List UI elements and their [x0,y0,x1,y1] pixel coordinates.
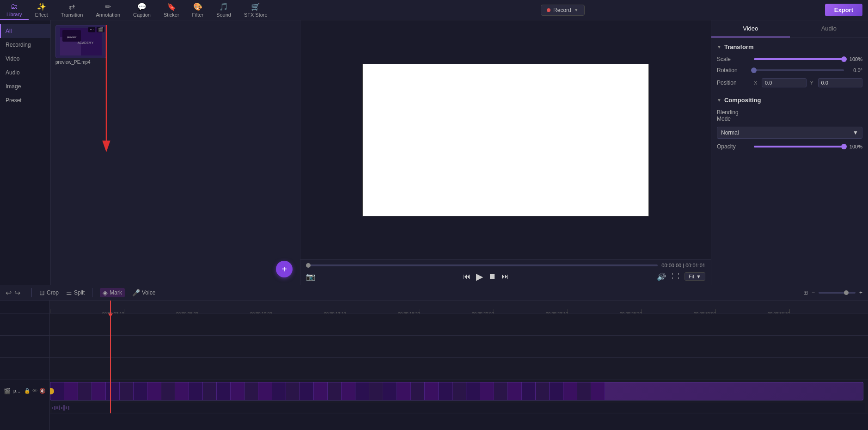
nav-effect-label: Effect [35,12,48,18]
clip-thumb-20 [314,382,328,400]
sidebar-item-image[interactable]: Image [0,80,50,93]
track-lock-icon[interactable]: 🔒 [24,388,31,394]
timeline-toolbar: ↩ ↪ ⊡ Crop ⚌ Split ◈ Mark 🎤 Voice ⊞ − [0,285,868,301]
svg-rect-11 [59,405,60,410]
stop-button[interactable]: ⏹ [489,272,496,281]
sidebar-item-recording[interactable]: Recording [0,38,50,52]
nav-effect[interactable]: ✨ Effect [29,0,55,20]
opacity-slider[interactable] [754,146,844,147]
tab-video[interactable]: Video [711,20,790,37]
undo-redo-controls: ↩ ↪ [6,289,20,297]
zoom-slider[interactable] [819,292,856,294]
nav-sound[interactable]: 🎵 Sound [210,0,238,20]
blending-mode-dropdown[interactable]: Normal ▼ [717,127,862,139]
timeline-ruler: 00:00:00:00 00:00:03:10 00:00:06:20 00:0… [50,301,868,313]
screenshot-button[interactable]: 📷 [306,272,315,281]
sidebar-item-preset[interactable]: Preset [0,93,50,107]
zoom-in-button[interactable]: + [859,289,862,296]
compositing-header: ▼ Compositing [717,97,862,104]
zoom-slider-handle[interactable] [844,290,849,295]
ruler-mark-3: 00:00:10:00 [272,309,272,313]
fullscreen-button[interactable]: ⛶ [672,272,679,281]
scrubber-handle[interactable] [306,263,311,268]
track-video-label: preview_PE.mp4 [13,388,21,393]
undo-button[interactable]: ↩ [6,289,12,297]
nav-transition[interactable]: ⇄ Transition [55,0,90,20]
mark-button[interactable]: ◈ Mark [100,288,125,297]
svg-rect-8 [52,407,53,409]
track-mute-icon[interactable]: 🔇 [39,388,46,394]
voice-button[interactable]: 🎤 Voice [132,289,155,296]
nav-sfxstore-label: SFX Store [244,12,268,18]
sidebar-item-audio[interactable]: Audio [0,66,50,80]
export-button[interactable]: Export [825,4,862,16]
nav-filter[interactable]: 🎨 Filter [186,0,210,20]
rotation-slider[interactable] [754,69,844,71]
compositing-collapse-icon[interactable]: ▼ [717,98,721,103]
sidebar-item-video[interactable]: Video [0,52,50,66]
nav-library[interactable]: 🗂 Library [0,0,29,20]
play-button[interactable]: ▶ [476,271,483,282]
prev-frame-button[interactable]: ⏮ [463,272,471,281]
clip-thumb-32 [480,382,494,400]
volume-button[interactable]: 🔊 [657,272,666,281]
ruler-mark-10: 00:00:33:10 [789,309,790,313]
crop-label: Crop [47,289,59,296]
sidebar-item-all[interactable]: All [0,24,50,38]
ruler-mark-5: 00:00:16:20 [420,309,420,313]
timeline-settings-button[interactable]: ⊞ [803,289,808,296]
opacity-slider-handle[interactable] [841,144,847,149]
redo-button[interactable]: ↪ [14,289,20,297]
ruler-mark-8: 00:00:26:20 [642,309,642,313]
add-media-button[interactable]: + [276,261,293,277]
nav-sound-label: Sound [216,12,231,18]
mark-label: Mark [110,289,122,296]
record-dropdown-icon[interactable]: ▼ [574,7,579,12]
caption-icon: 💬 [137,2,147,11]
sidebar: All Recording Video Audio Image Preset [0,20,51,285]
position-y-input[interactable] [818,78,863,87]
nav-center: Record ▼ [300,5,825,16]
scrubber-track[interactable] [306,264,658,266]
timeline-area: 🎬 preview_PE.mp4 🔒 👁 🔇 00:00:00:00 00:00… [0,301,868,430]
nav-caption[interactable]: 💬 Caption [127,0,157,20]
split-button[interactable]: ⚌ Split [66,289,85,296]
nav-sticker[interactable]: 🔖 Sticker [157,0,186,20]
nav-sfxstore[interactable]: 🛒 SFX Store [238,0,274,20]
media-item-preview-pe[interactable]: ACADEMY preview ⋯ 🎬 preview_PE.mp4 [55,25,106,65]
nav-filter-label: Filter [192,12,203,18]
video-clip[interactable] [50,382,863,400]
nav-sticker-label: Sticker [164,12,179,18]
position-x-input[interactable] [762,78,807,87]
rotation-slider-handle[interactable] [751,68,757,73]
clip-thumb-4 [92,382,106,400]
timeline-track-video [50,380,868,402]
clip-thumb-26 [397,382,411,400]
transform-label: Transform [724,43,754,50]
position-xy: X Y [754,78,862,87]
ruler-mark-6: 00:00:20:00 [494,309,494,313]
crop-button[interactable]: ⊡ Crop [39,289,59,296]
fit-dropdown[interactable]: Fit ▼ [685,272,705,281]
track-label-video: 🎬 preview_PE.mp4 🔒 👁 🔇 [0,380,49,402]
timeline-scrubber: 00:00:00 | 00:01:01 [306,263,705,268]
media-item-label: preview_PE.mp4 [55,60,106,65]
track-eye-icon[interactable]: 👁 [32,388,37,394]
preview-panel: 00:00:00 | 00:01:01 📷 ⏮ ▶ ⏹ ⏭ 🔊 ⛶ F [300,20,711,285]
position-label: Position [717,80,754,86]
nav-annotation[interactable]: ✏ Annotation [89,0,127,20]
scale-slider[interactable] [754,58,844,60]
next-frame-button[interactable]: ⏭ [501,272,509,281]
clip-thumb-31 [466,382,480,400]
rotation-slider-container [754,69,844,71]
scale-slider-handle[interactable] [841,56,847,62]
preview-controls: 00:00:00 | 00:01:01 📷 ⏮ ▶ ⏹ ⏭ 🔊 ⛶ F [300,259,711,285]
transform-collapse-icon[interactable]: ▼ [717,44,721,49]
zoom-out-button[interactable]: − [812,289,815,296]
scale-slider-fill [754,58,844,60]
tab-audio[interactable]: Audio [790,20,868,37]
opacity-slider-container [754,146,844,147]
record-button[interactable]: Record ▼ [541,5,585,16]
position-row: Position X Y [717,78,862,87]
media-panel: ACADEMY preview ⋯ 🎬 preview_PE.mp4 [51,20,300,285]
